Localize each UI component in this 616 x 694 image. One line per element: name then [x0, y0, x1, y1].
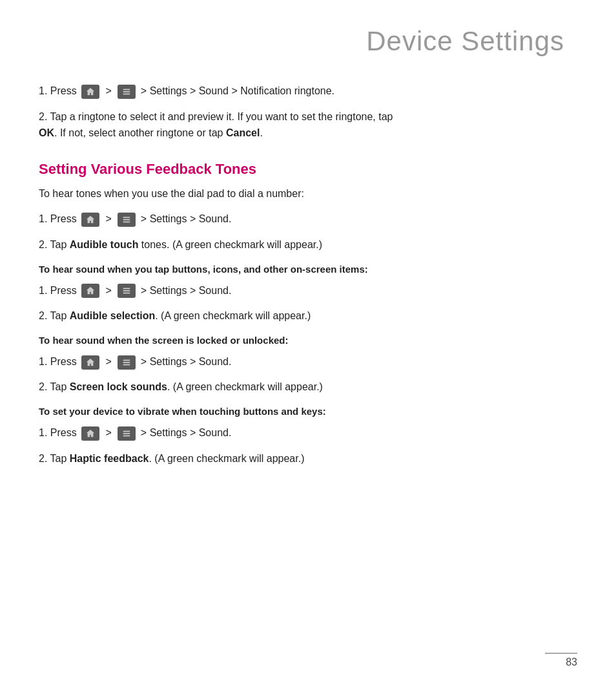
- menu-icon-3: [118, 284, 136, 298]
- section-heading-feedback-tones: Setting Various Feedback Tones: [39, 161, 577, 178]
- svg-rect-13: [123, 433, 130, 434]
- svg-rect-1: [123, 91, 130, 92]
- footer-divider: [545, 653, 577, 654]
- svg-rect-7: [123, 290, 130, 291]
- feedback-intro: To hear tones when you use the dial pad …: [39, 185, 577, 202]
- svg-rect-12: [123, 430, 130, 432]
- btn-step-2: 2. Tap Audible selection. (A green check…: [39, 308, 577, 324]
- home-icon-5: [81, 426, 99, 441]
- menu-icon-5: [118, 426, 136, 441]
- svg-rect-5: [123, 222, 130, 223]
- page-footer: 83: [545, 653, 577, 668]
- page-title: Device Settings: [39, 26, 577, 57]
- step-notification-1: 1. Press > > Settings > Sound > Notifica…: [39, 83, 577, 100]
- haptic-step-2: 2. Tap Haptic feedback. (A green checkma…: [39, 450, 577, 467]
- svg-rect-6: [123, 288, 130, 289]
- home-icon: [81, 85, 99, 99]
- svg-rect-10: [123, 362, 130, 363]
- lock-step-1: 1. Press > > Settings > Sound.: [39, 353, 577, 370]
- svg-rect-3: [123, 217, 130, 218]
- subsec-screen-lock-label: To hear sound when the screen is locked …: [39, 335, 577, 346]
- home-icon-3: [81, 284, 99, 298]
- home-icon-2: [81, 213, 99, 227]
- menu-icon: [118, 85, 136, 99]
- menu-icon-2: [118, 213, 136, 227]
- svg-rect-11: [123, 364, 130, 365]
- lock-step-2: 2. Tap Screen lock sounds. (A green chec…: [39, 379, 577, 395]
- svg-rect-4: [123, 219, 130, 220]
- step-notification-2: 2. Tap a ringtone to select it and previ…: [39, 109, 577, 142]
- svg-rect-0: [123, 89, 130, 90]
- home-icon-4: [81, 355, 99, 370]
- page-number: 83: [566, 657, 577, 668]
- subsec-buttons-label: To hear sound when you tap buttons, icon…: [39, 264, 577, 275]
- svg-rect-8: [123, 293, 130, 294]
- subsec-haptic-label: To set your device to vibrate when touch…: [39, 406, 577, 417]
- svg-rect-2: [123, 93, 130, 94]
- svg-rect-9: [123, 359, 130, 361]
- menu-icon-4: [118, 355, 136, 370]
- dial-step-1: 1. Press > > Settings > Sound.: [39, 211, 577, 227]
- svg-rect-14: [123, 435, 130, 436]
- btn-step-1: 1. Press > > Settings > Sound.: [39, 282, 577, 299]
- haptic-step-1: 1. Press > > Settings > Sound.: [39, 425, 577, 441]
- dial-step-2: 2. Tap Audible touch tones. (A green che…: [39, 237, 577, 253]
